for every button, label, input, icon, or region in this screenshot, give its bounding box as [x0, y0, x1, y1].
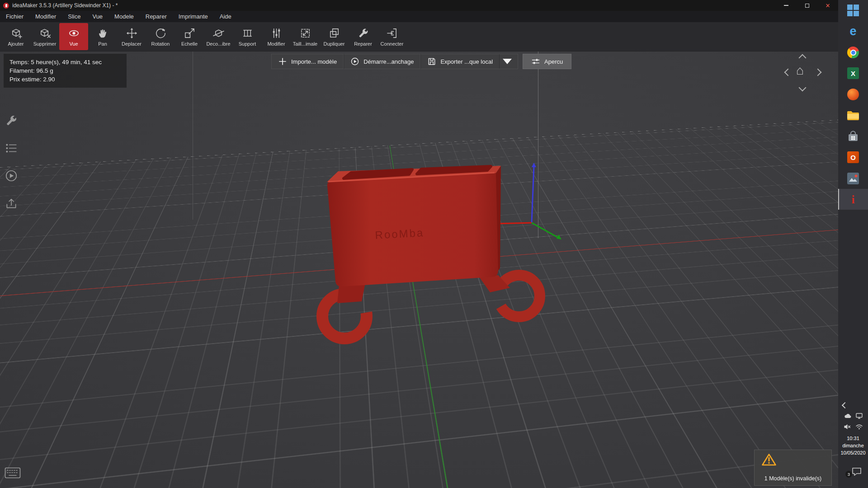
tool-pan[interactable]: Pan — [88, 23, 117, 50]
preview-button[interactable]: Apercu — [523, 54, 571, 69]
play-circle-icon — [350, 57, 359, 66]
clock-day: dimanche — [838, 442, 868, 449]
close-button[interactable]: ✕ — [817, 0, 838, 11]
tool-reparer[interactable]: Reparer — [349, 23, 377, 50]
menu-item-aide[interactable]: Aide — [214, 11, 237, 22]
start-menu-button[interactable] — [838, 0, 868, 21]
menu-item-imprimante[interactable]: Imprimante — [173, 11, 214, 22]
home-view-button[interactable]: ⌂ — [796, 64, 804, 77]
tool-rotation[interactable]: Rotation — [146, 23, 175, 50]
tool-ajouter[interactable]: Ajouter — [1, 23, 30, 50]
notification-icon — [852, 467, 862, 476]
menu-bar: Fichier Modifier Slice Vue Modele Repare… — [0, 11, 838, 22]
tool-decoupe-libre[interactable]: Deco...ibre — [204, 23, 233, 50]
taskbar-app-ideamaker[interactable]: i — [838, 189, 868, 210]
rotate-up-button[interactable] — [799, 54, 807, 62]
tool-label: Ajouter — [8, 41, 24, 47]
office-icon: O — [847, 151, 859, 163]
excel-icon: X — [847, 67, 859, 79]
taskbar-clock[interactable]: 10:31 dimanche 10/05/2020 — [838, 435, 868, 456]
volume-muted-icon[interactable] — [844, 423, 851, 431]
chevron-down-icon — [503, 57, 512, 66]
tool-label: Vue — [69, 41, 78, 47]
view-eye-icon — [68, 27, 80, 39]
wrench-icon — [5, 114, 18, 127]
pan-hand-icon — [97, 27, 109, 39]
start-slicing-button[interactable]: Démarre...anchage — [344, 54, 420, 69]
slice-stats-panel: Temps: 5 heure(s), 49 min, 41 sec Filame… — [4, 54, 127, 88]
move-icon — [126, 27, 138, 39]
menu-item-slice[interactable]: Slice — [62, 11, 86, 22]
tool-label: Deplacer — [122, 41, 142, 47]
maximize-button[interactable] — [797, 0, 817, 11]
taskbar-app-office[interactable]: O — [838, 147, 868, 168]
action-bar: Importe... modèle Démarre...anchage Expo… — [271, 54, 571, 69]
tool-dupliquer[interactable]: Dupliquer — [320, 23, 349, 50]
title-bar[interactable]: ideaMaker 3.5.3 (Artillery Sidewinder X1… — [0, 0, 838, 11]
clock-time: 10:31 — [838, 435, 868, 442]
viewport-canvas[interactable]: RooMba Temps: 5 heure(s), 49 min, 41 sec… — [0, 52, 838, 488]
tray-row — [838, 423, 868, 431]
chrome-icon — [847, 47, 859, 58]
microsoft-store-icon — [847, 131, 859, 142]
rotate-right-button[interactable] — [814, 69, 822, 76]
invalid-model-warning[interactable]: 1 Modèle(s) invalide(s) — [754, 450, 832, 486]
menu-item-vue[interactable]: Vue — [86, 11, 108, 22]
tool-label: Echelle — [181, 41, 198, 47]
action-center-button[interactable]: 3 — [852, 467, 865, 481]
stat-time: Temps: 5 heure(s), 49 min, 41 sec — [9, 58, 121, 66]
rotate-down-button[interactable] — [799, 84, 807, 92]
start-print-button[interactable] — [5, 169, 18, 183]
tool-connecter[interactable]: Connecter — [377, 23, 406, 50]
upload-icon — [5, 197, 18, 210]
play-icon — [5, 169, 18, 183]
clock-date: 10/05/2020 — [838, 449, 868, 456]
taskbar-app-photos[interactable] — [838, 168, 868, 189]
tool-taille-maximale[interactable]: Taill...imale — [291, 23, 320, 50]
taskbar-app-microsoft-store[interactable] — [838, 126, 868, 147]
tool-label: Support — [239, 41, 256, 47]
export-local-label: Exporter ...que local — [440, 58, 493, 65]
window-title: ideaMaker 3.5.3 (Artillery Sidewinder X1… — [12, 2, 118, 9]
taskbar-app-edge[interactable]: e — [838, 21, 868, 42]
taskbar-app-excel[interactable]: X — [838, 63, 868, 84]
rotate-icon — [155, 27, 167, 39]
onedrive-cloud-icon[interactable] — [844, 412, 851, 420]
rotate-left-button[interactable] — [784, 69, 792, 76]
tool-vue[interactable]: Vue — [59, 23, 88, 50]
model-list-button[interactable] — [5, 141, 18, 155]
menu-item-modifier[interactable]: Modifier — [29, 11, 62, 22]
tool-supprimer[interactable]: Supprimer — [30, 23, 59, 50]
tool-label: Modifier — [267, 41, 285, 47]
taskbar-app-chrome[interactable] — [838, 42, 868, 63]
preview-label: Apercu — [544, 58, 563, 65]
notification-badge: 3 — [845, 471, 852, 478]
tool-echelle[interactable]: Echelle — [175, 23, 204, 50]
tool-modifier[interactable]: Modifier — [262, 23, 291, 50]
wifi-icon[interactable] — [855, 423, 863, 431]
tray-row — [838, 412, 868, 420]
import-model-button[interactable]: Importe... modèle — [271, 54, 344, 69]
taskbar-app-file-explorer[interactable] — [838, 105, 868, 126]
export-local-button[interactable]: Exporter ...que local — [420, 54, 518, 69]
tool-deplacer[interactable]: Deplacer — [117, 23, 146, 50]
settings-wrench-button[interactable] — [5, 114, 18, 127]
virtual-keyboard-button[interactable] — [5, 467, 18, 481]
menu-item-fichier[interactable]: Fichier — [0, 11, 29, 22]
taskbar-app-firefox[interactable] — [838, 84, 868, 105]
tray-expand-chevron[interactable] — [842, 402, 848, 408]
tool-label: Connecter — [381, 41, 404, 47]
menu-item-modele[interactable]: Modele — [108, 11, 140, 22]
view-nav-pad: ⌂ — [781, 52, 824, 95]
display-icon[interactable] — [855, 412, 863, 420]
model-clip-right — [498, 275, 540, 317]
minimize-button[interactable] — [776, 0, 797, 11]
model-3d[interactable]: RooMba — [298, 160, 552, 359]
tool-support[interactable]: Support — [233, 23, 262, 50]
menu-item-reparer[interactable]: Reparer — [140, 11, 173, 22]
tool-label: Rotation — [151, 41, 170, 47]
export-dropdown-arrow[interactable] — [499, 54, 515, 69]
upload-export-button[interactable] — [5, 197, 18, 210]
max-size-icon — [299, 27, 311, 39]
preview-sliders-icon — [531, 57, 540, 66]
